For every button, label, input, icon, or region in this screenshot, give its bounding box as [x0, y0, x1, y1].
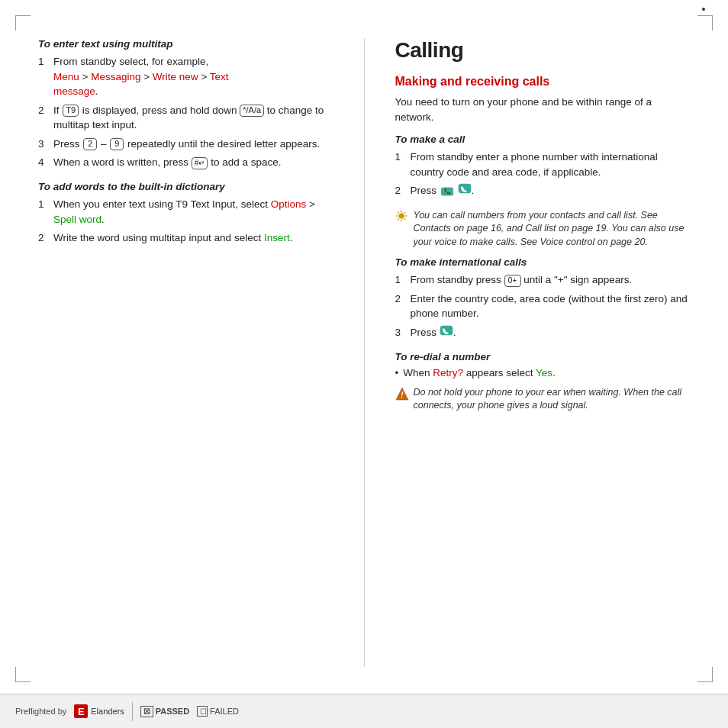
section1-list: 1 From standby select, for example, Menu…	[38, 54, 333, 170]
key-ast: */A/a	[240, 105, 264, 117]
call-button-icon: 📞	[441, 187, 453, 196]
link-insert[interactable]: Insert	[264, 232, 290, 243]
list-item: • When Retry? appears select Yes.	[395, 367, 691, 378]
list-item-text: When you enter text using T9 Text Input,…	[53, 197, 333, 227]
redial-list: • When Retry? appears select Yes.	[395, 367, 691, 378]
press-call-icon	[458, 183, 472, 194]
key-2: 2	[83, 138, 97, 150]
link-messaging[interactable]: Messaging	[91, 71, 140, 82]
list-item-text: When a word is written, press #↵ to add …	[53, 155, 281, 170]
key-hash: #↵	[192, 157, 208, 169]
link-yes[interactable]: Yes	[536, 367, 552, 378]
intl-calls-title: To make international calls	[395, 256, 691, 268]
section2-title: To add words to the built-in dictionary	[38, 181, 333, 192]
passed-badge: ☒ PASSED	[140, 706, 189, 717]
list-item: 1 From standby select, for example, Menu…	[38, 54, 333, 99]
list-item: 2 Write the word using multitap input an…	[38, 230, 333, 246]
list-item: 3 Press 2 – 9 repeatedly until the desir…	[38, 137, 333, 152]
passed-x-mark: ☒	[140, 706, 153, 717]
corner-mark-bl	[15, 667, 31, 682]
svg-line-9	[404, 218, 405, 220]
warning-box: ! Do not hold your phone to your ear whe…	[395, 386, 691, 413]
bullet: •	[395, 367, 399, 378]
list-item-text: When Retry? appears select Yes.	[403, 367, 556, 378]
failed-label: FAILED	[210, 707, 239, 716]
list-item: 2 Enter the country code, area code (wit…	[395, 292, 691, 321]
passed-label: PASSED	[156, 707, 189, 716]
list-number: 3	[38, 137, 49, 152]
list-item: 3 Press .	[395, 325, 691, 340]
intl-calls-list: 1 From standby press 0+ until a "+" sign…	[395, 272, 691, 340]
corner-mark-tl	[15, 15, 31, 31]
list-item: 1 When you enter text using T9 Text Inpu…	[38, 197, 333, 227]
preflighted-label: Preflighted by	[15, 707, 66, 716]
make-call-list: 1 From standby enter a phone number with…	[395, 150, 691, 198]
svg-line-10	[404, 212, 405, 214]
list-item: 4 When a word is written, press #↵ to ad…	[38, 155, 333, 170]
svg-line-11	[398, 218, 399, 220]
make-call-title: To make a call	[395, 134, 691, 145]
list-item-text: Press .	[411, 325, 456, 340]
corner-mark-tr	[697, 15, 713, 31]
key-t9: T9	[63, 105, 79, 117]
tip-text: You can call numbers from your contacts …	[414, 209, 691, 250]
bottom-bar: Preflighted by E Elanders ☒ PASSED ☐ FAI…	[0, 694, 728, 728]
dot-decoration	[702, 8, 705, 11]
list-item: 2 If T9 is displayed, press and hold dow…	[38, 103, 333, 133]
link-menu[interactable]: Menu	[53, 71, 79, 82]
warning-text: Do not hold your phone to your ear when …	[414, 386, 691, 413]
list-item-text: From standby enter a phone number with i…	[411, 150, 691, 179]
link-retry[interactable]: Retry?	[433, 367, 463, 378]
list-item: 1 From standby press 0+ until a "+" sign…	[395, 272, 691, 288]
list-item: 1 From standby enter a phone number with…	[395, 150, 691, 179]
tip-icon	[395, 210, 409, 250]
list-item: 2 Press 📞 .	[395, 183, 691, 198]
tip-box: You can call numbers from your contacts …	[395, 209, 691, 250]
redial-title: To re-dial a number	[395, 351, 691, 362]
key-9: 9	[110, 138, 124, 150]
svg-line-8	[398, 212, 399, 214]
list-number: 3	[395, 325, 406, 340]
column-divider	[364, 38, 365, 667]
list-item-text: Press 📞 .	[411, 183, 475, 198]
divider	[132, 702, 133, 721]
list-number: 1	[395, 150, 406, 179]
warning-icon: !	[395, 387, 409, 413]
page-content: To enter text using multitap 1 From stan…	[38, 38, 690, 667]
link-spell-word[interactable]: Spell word	[53, 214, 101, 225]
press-call-icon-2	[440, 325, 453, 336]
list-number: 2	[38, 230, 49, 246]
corner-mark-br	[697, 667, 713, 682]
list-number: 2	[38, 103, 49, 133]
list-item-text: From standby select, for example, Menu >…	[53, 54, 229, 99]
list-item-text: Write the word using multitap input and …	[53, 230, 292, 246]
failed-badge: ☐ FAILED	[197, 706, 239, 717]
subsection-title: Making and receiving calls	[395, 75, 691, 89]
list-number: 2	[395, 292, 406, 321]
link-text-message[interactable]: Textmessage	[53, 71, 229, 98]
list-number: 1	[395, 272, 406, 288]
list-item-text: Enter the country code, area code (witho…	[411, 292, 691, 321]
elanders-brand: Elanders	[91, 707, 124, 716]
list-item-text: From standby press 0+ until a "+" sign a…	[411, 272, 633, 288]
list-item-text: Press 2 – 9 repeatedly until the desired…	[53, 137, 320, 152]
list-number: 4	[38, 155, 49, 170]
list-item-text: If T9 is displayed, press and hold down …	[53, 103, 333, 133]
list-number: 2	[395, 183, 406, 198]
chapter-title: Calling	[395, 38, 691, 63]
elanders-logo: E Elanders	[74, 704, 124, 718]
intro-text: You need to turn on your phone and be wi…	[395, 95, 691, 124]
elanders-icon: E	[74, 704, 88, 718]
right-column: Calling Making and receiving calls You n…	[388, 38, 691, 667]
section2-list: 1 When you enter text using T9 Text Inpu…	[38, 197, 333, 246]
key-zero-plus: 0+	[504, 275, 521, 287]
link-write-new[interactable]: Write new	[153, 71, 198, 82]
list-number: 1	[38, 197, 49, 227]
section1-title: To enter text using multitap	[38, 38, 333, 50]
left-column: To enter text using multitap 1 From stan…	[38, 38, 341, 667]
svg-text:📞: 📞	[443, 188, 450, 195]
link-options[interactable]: Options	[271, 198, 307, 210]
svg-point-3	[398, 213, 404, 218]
failed-box: ☐	[197, 706, 208, 717]
list-number: 1	[38, 54, 49, 99]
